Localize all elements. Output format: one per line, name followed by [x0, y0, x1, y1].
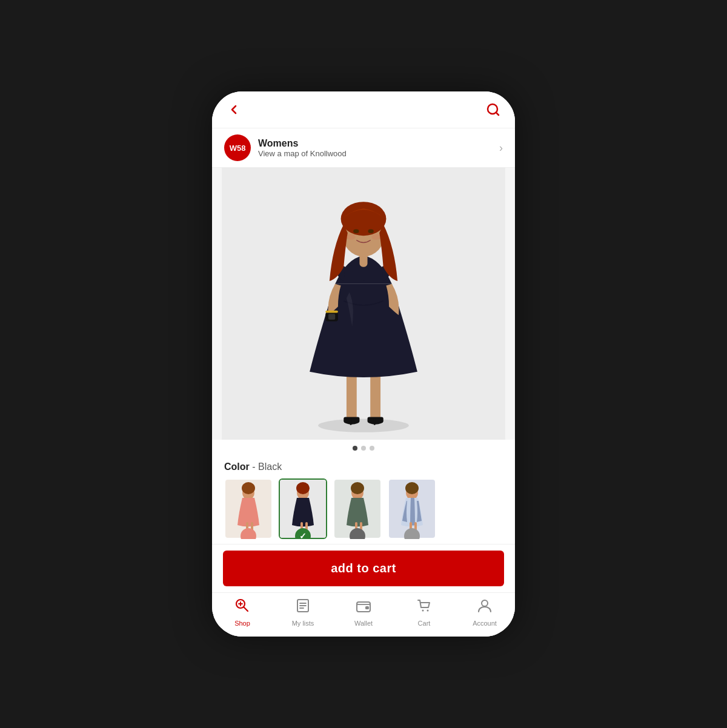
color-section: Color - Black: [212, 455, 515, 544]
store-banner[interactable]: W58 Womens View a map of Knollwood ›: [212, 128, 515, 168]
shop-icon: [234, 598, 250, 617]
add-to-cart-bar: add to cart: [212, 544, 515, 592]
swatch-olive[interactable]: [333, 478, 382, 539]
svg-line-1: [496, 113, 499, 115]
svg-line-43: [244, 607, 248, 612]
svg-rect-11: [374, 418, 376, 425]
svg-point-16: [341, 202, 387, 236]
nav-account[interactable]: Account: [466, 598, 503, 627]
swatch-stripe[interactable]: [388, 478, 436, 539]
svg-rect-13: [328, 314, 335, 319]
nav-wallet[interactable]: Wallet: [345, 598, 382, 627]
wallet-icon: [356, 598, 371, 617]
product-image-svg: [212, 168, 515, 440]
nav-my-lists-label: My lists: [292, 620, 314, 627]
nav-shop[interactable]: Shop: [224, 598, 261, 627]
store-chevron-icon: ›: [499, 142, 503, 154]
bottom-nav: Shop My lists: [212, 592, 515, 637]
checkmark-icon: ✓: [299, 531, 307, 539]
svg-rect-21: [325, 311, 338, 313]
store-badge: W58: [224, 134, 251, 161]
svg-rect-9: [368, 417, 383, 422]
account-icon: [477, 598, 493, 617]
dot-3[interactable]: [370, 446, 374, 451]
product-image: [212, 168, 515, 440]
nav-cart[interactable]: Cart: [406, 598, 442, 627]
swatch-coral[interactable]: [224, 478, 273, 539]
svg-rect-51: [365, 606, 369, 609]
color-swatches: ✓: [224, 478, 503, 539]
image-dots: [212, 440, 515, 455]
dot-2[interactable]: [361, 446, 366, 451]
nav-cart-label: Cart: [418, 620, 431, 627]
svg-point-18: [368, 229, 373, 233]
header: [212, 91, 515, 128]
svg-point-54: [482, 600, 488, 606]
svg-rect-7: [344, 417, 359, 422]
svg-point-41: [405, 482, 419, 494]
add-to-cart-button[interactable]: add to cart: [223, 551, 504, 586]
svg-point-26: [242, 482, 255, 494]
svg-rect-10: [350, 418, 352, 425]
nav-shop-label: Shop: [234, 620, 250, 627]
svg-point-19: [347, 234, 356, 239]
phone-frame: W58 Womens View a map of Knollwood ›: [212, 91, 515, 637]
cart-icon: [416, 598, 432, 617]
store-subtitle: View a map of Knollwood: [258, 149, 499, 158]
back-button[interactable]: [227, 102, 241, 121]
swatch-navy[interactable]: ✓: [279, 478, 327, 539]
store-name: Womens: [258, 138, 499, 149]
color-label: Color - Black: [224, 462, 503, 472]
svg-point-31: [296, 482, 310, 494]
svg-point-17: [353, 229, 359, 233]
nav-account-label: Account: [473, 620, 497, 627]
dot-1[interactable]: [353, 446, 357, 451]
my-lists-icon: [295, 598, 311, 617]
svg-point-3: [318, 419, 409, 432]
store-info: Womens View a map of Knollwood: [258, 138, 499, 158]
nav-my-lists[interactable]: My lists: [285, 598, 321, 627]
search-button[interactable]: [486, 102, 500, 121]
nav-wallet-label: Wallet: [354, 620, 373, 627]
svg-point-52: [422, 610, 424, 612]
phone-screen: W58 Womens View a map of Knollwood ›: [212, 91, 515, 637]
svg-point-20: [371, 234, 380, 239]
svg-point-36: [351, 482, 364, 494]
svg-point-53: [427, 610, 429, 612]
